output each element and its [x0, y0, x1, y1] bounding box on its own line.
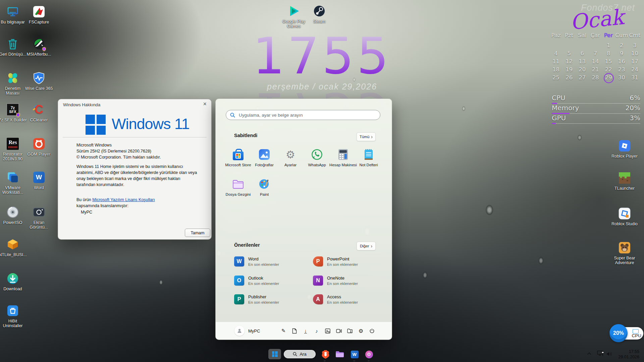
calendar-cell: 11 [549, 58, 562, 66]
license-paragraph: Windows 11 Home işletim sistemi ve bu si… [76, 164, 198, 188]
desktop-icon-roblox-player[interactable]: Roblox Player [610, 139, 639, 159]
day-header: Pzt [562, 32, 576, 39]
desktop-icon-poweriso[interactable]: PowerISO [0, 205, 27, 225]
taskbar-pink-gear-app-icon[interactable]: ⚙ [365, 350, 373, 359]
desktop-icon-recycle-bin[interactable]: Geri Dönüşü... [0, 37, 27, 57]
recommended-more-button[interactable]: Diğer › [357, 242, 376, 250]
desktop-icon-fscapture[interactable]: FSCapture [24, 5, 53, 24]
desktop-icon-denetim-masasi[interactable]: Denetim Masası [0, 71, 27, 96]
calendar-cell: 20 [576, 66, 589, 74]
pencil-icon[interactable]: ✎ [280, 328, 286, 334]
settings-gear-icon[interactable]: ⚙ [358, 328, 364, 334]
music-icon[interactable]: ♪ [314, 328, 320, 334]
tray-volume-icon[interactable] [606, 352, 612, 356]
pinned-app-whatsapp[interactable]: WhatsApp [304, 148, 330, 167]
desktop-icon-hibit[interactable]: HiBit Uninstaller [0, 304, 27, 328]
video-icon[interactable] [336, 328, 342, 334]
desktop-icon-word[interactable]: W Word [24, 170, 53, 190]
calendar-cell: 14 [589, 58, 602, 66]
calendar-cell: 12 [562, 58, 576, 66]
desktop-icon-roblox-studio[interactable]: Roblox Studio [610, 206, 639, 226]
bear-icon [618, 241, 632, 255]
calendar-cell: 3 [628, 42, 641, 50]
close-icon[interactable]: × [203, 101, 207, 108]
afterburner-icon [32, 37, 46, 51]
start-button[interactable] [268, 349, 281, 359]
word-icon: W [234, 256, 244, 266]
notepad-icon [363, 148, 375, 161]
recommended-powerpoint[interactable]: P PowerPointEn son eklenenler [313, 256, 358, 266]
calendar-grid: 123 45678910 11121314151617 181920212223… [549, 42, 641, 82]
desktop-icon-tlauncher[interactable]: TLauncher [610, 171, 639, 191]
start-search-box[interactable] [226, 110, 380, 120]
calendar-cell: 6 [576, 50, 589, 58]
search-input[interactable] [238, 112, 376, 118]
downloads-icon[interactable]: ↓ [303, 328, 309, 334]
pinned-all-button[interactable]: Tümü › [357, 132, 376, 141]
desktop-icon-wise-care[interactable]: Wise Care 365 [24, 71, 53, 91]
access-icon: A [313, 294, 323, 304]
sysmon-value: 6% [630, 94, 640, 102]
desktop-icon-7z-sfx-builder[interactable]: 7z SFX 7z SFX Builder [0, 103, 27, 122]
tray-clock[interactable]: 17:55 29.01.2026 [615, 349, 639, 360]
desktop-icon-super-bear[interactable]: Super Bear Adventure [610, 241, 639, 265]
ok-button[interactable]: Tamam [185, 229, 210, 237]
desktop-icon-restorator[interactable]: Res Restorator 2018v3.90 [0, 137, 27, 162]
desktop-icon-steam[interactable]: Steam [305, 4, 334, 24]
pinned-app-not-defteri[interactable]: Not Defteri [356, 148, 382, 167]
calendar-widget: Paz Pzt Sal Çar Per Cum Cmt 123 45678910… [549, 32, 641, 82]
calendar-cell: 25 [549, 74, 562, 82]
pinned-app-dosya-gezgini[interactable]: Dosya Gezgini [225, 178, 251, 196]
tray-chevron-up-icon[interactable] [587, 352, 591, 355]
search-icon [293, 352, 297, 356]
day-header: Sal [576, 32, 589, 39]
vmware-icon [6, 170, 20, 184]
calendar-cell: 4 [549, 50, 562, 58]
grass-block-icon [618, 171, 632, 185]
desktop-icon-google-play-games[interactable]: Google Play Games [279, 4, 308, 29]
windows-logo-icon [86, 115, 106, 135]
day-header-today: Per [602, 32, 615, 39]
paint-icon [258, 178, 270, 190]
pinned-app-fotograflar[interactable]: Fotoğraflar [251, 148, 277, 167]
cube-icon [6, 237, 20, 251]
folder-icon [232, 178, 244, 190]
power-icon[interactable] [369, 328, 375, 334]
desktop-icon-download[interactable]: Download [0, 272, 27, 291]
tray-time: 17:55 [615, 349, 639, 354]
recommended-onenote[interactable]: N OneNoteEn son eklenenler [313, 276, 358, 286]
avatar [234, 326, 245, 336]
desktop-icon-ekran-goruntusu[interactable]: Ekran Görüntü... [24, 205, 53, 230]
desktop-icon-gom-player[interactable]: GOM Player [24, 137, 53, 157]
pictures-icon[interactable] [325, 328, 331, 334]
taskbar-brave-icon[interactable] [321, 350, 330, 359]
license-terms-link[interactable]: Microsoft Yazılım Lisans Koşulları [92, 197, 155, 202]
user-folder-icon[interactable] [347, 328, 353, 334]
onenote-icon: N [313, 276, 323, 286]
taskbar-file-explorer-icon[interactable] [335, 350, 344, 359]
screenshot-icon [32, 205, 46, 219]
pinned-app-hesap-makinesi[interactable]: Hesap Makinesi [330, 148, 356, 167]
pinned-app-paint[interactable]: Paint [251, 178, 277, 196]
user-profile-button[interactable]: MyPC [234, 326, 260, 336]
calendar-cell: 22 [602, 66, 615, 74]
calendar-cell: 27 [576, 74, 589, 82]
recommended-word[interactable]: W WordEn son eklenenler [234, 256, 279, 266]
desktop-icon-ccleaner[interactable]: C CCleaner [24, 103, 53, 122]
desktop-icon-vmware[interactable]: VMware Workstati... [0, 170, 27, 195]
document-icon[interactable] [291, 328, 298, 334]
cpu-percent-badge[interactable]: 20% [609, 324, 628, 342]
tray-network-icon[interactable] [597, 351, 604, 357]
calendar-cell: 15 [602, 58, 615, 66]
publisher-icon: P [234, 294, 244, 304]
recommended-publisher[interactable]: P PublisherEn son eklenenler [234, 294, 279, 304]
taskbar-word-icon[interactable]: W [350, 350, 359, 359]
pinned-app-microsoft-store[interactable]: Microsoft Store [225, 148, 251, 167]
pinned-app-ayarlar[interactable]: ⚙ Ayarlar [277, 148, 304, 167]
recommended-outlook[interactable]: O OutlookEn son eklenenler [234, 276, 279, 286]
desktop-icon-msi-afterburner[interactable]: MSIAfterbu... [24, 37, 53, 57]
taskbar-search-button[interactable]: Ara [284, 350, 316, 358]
recommended-access[interactable]: A AccessEn son eklenenler [313, 294, 358, 304]
desktop-icon-ntlite[interactable]: NTLite_BUSI... [0, 237, 27, 257]
desktop-icon-bu-bilgisayar[interactable]: Bu bilgisayar [0, 5, 27, 24]
